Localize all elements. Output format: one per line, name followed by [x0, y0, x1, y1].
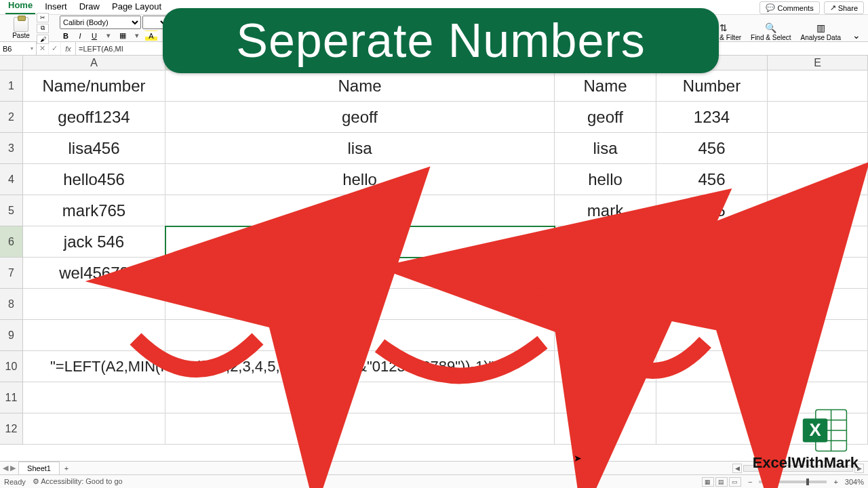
sheet-tab-sheet1[interactable]: Sheet1	[18, 462, 60, 474]
cell-A12[interactable]	[23, 413, 165, 445]
cell-E2[interactable]	[768, 102, 868, 133]
cell-D2[interactable]: 1234	[656, 102, 768, 133]
cell-D10[interactable]	[656, 351, 768, 382]
cell-A10[interactable]: "=LEFT(A2,MIN(FIND({0,1,2,3,4,5,6,7,8,9}…	[23, 351, 165, 382]
cell-D6[interactable]: 546	[656, 226, 768, 258]
cell-D7[interactable]: 45678	[656, 258, 768, 289]
cell-E5[interactable]	[768, 195, 868, 226]
row-header-7[interactable]: 7	[0, 258, 23, 289]
cut-button[interactable]: ✂	[37, 13, 49, 22]
row-header-8[interactable]: 8	[0, 289, 23, 320]
cell-A11[interactable]	[23, 382, 165, 413]
cell-C4[interactable]: hello	[555, 164, 656, 195]
zoom-slider[interactable]	[759, 481, 827, 483]
cell-C12[interactable]	[555, 413, 656, 445]
cell-B9[interactable]	[165, 320, 555, 351]
cell-D11[interactable]	[656, 382, 768, 413]
copy-button[interactable]: ⧉	[37, 24, 49, 33]
cell-D5[interactable]: 765	[656, 195, 768, 226]
row-header-11[interactable]: 11	[0, 382, 23, 413]
tab-draw[interactable]: Draw	[77, 0, 102, 14]
cell-C3[interactable]: lisa	[555, 133, 656, 164]
zoom-level[interactable]: 304%	[845, 478, 864, 486]
cell-B4[interactable]: hello	[165, 164, 555, 195]
cell-A7[interactable]: wel45678	[23, 258, 165, 289]
cell-A8[interactable]	[23, 289, 165, 320]
row-header-3[interactable]: 3	[0, 133, 23, 164]
sheet-nav[interactable]: ◀ ▶	[0, 462, 18, 474]
cell-C10[interactable]	[555, 351, 656, 382]
underline-chevron-icon[interactable]: ▾	[102, 30, 115, 41]
col-header-E[interactable]: E	[768, 56, 868, 70]
cell-B2[interactable]: geoff	[165, 102, 555, 133]
find-select-button[interactable]: 🔍Find & Select	[749, 22, 792, 41]
cell-C7[interactable]: wel	[555, 258, 656, 289]
cancel-formula-button[interactable]: ✕	[37, 42, 49, 55]
fill-color-button[interactable]: A	[145, 30, 157, 41]
cell-E4[interactable]	[768, 164, 868, 195]
row-header-6[interactable]: 6	[0, 226, 23, 258]
italic-button[interactable]: I	[74, 30, 86, 41]
add-sheet-button[interactable]: +	[60, 462, 73, 474]
cell-B11[interactable]	[165, 382, 555, 413]
cell-B8[interactable]	[165, 289, 555, 320]
bold-button[interactable]: B	[60, 30, 72, 41]
row-header-12[interactable]: 12	[0, 413, 23, 445]
select-all-corner[interactable]	[0, 56, 23, 70]
fx-button[interactable]: fx	[61, 42, 76, 55]
row-header-2[interactable]: 2	[0, 102, 23, 133]
cell-C2[interactable]: geoff	[555, 102, 656, 133]
underline-button[interactable]: U	[88, 30, 100, 41]
cell-B6[interactable]: jack	[165, 226, 555, 258]
cell-D12[interactable]	[656, 413, 768, 445]
accessibility-status[interactable]: ⚙ Accessibility: Good to go	[33, 477, 123, 486]
cell-B1[interactable]: Name	[165, 70, 555, 102]
cell-A2[interactable]: geoff1234	[23, 102, 165, 133]
cell-D3[interactable]: 456	[656, 133, 768, 164]
tab-page-layout[interactable]: Page Layout	[109, 0, 164, 14]
cell-C11[interactable]	[555, 382, 656, 413]
analyse-data-button[interactable]: ▥Analyse Data	[800, 22, 842, 41]
cell-E10[interactable]	[768, 351, 868, 382]
cell-A3[interactable]: lisa456	[23, 133, 165, 164]
cell-D1[interactable]: Number	[656, 70, 768, 102]
row-header-5[interactable]: 5	[0, 195, 23, 226]
row-header-1[interactable]: 1	[0, 70, 23, 102]
cell-E9[interactable]	[768, 320, 868, 351]
cell-D4[interactable]: 456	[656, 164, 768, 195]
row-header-4[interactable]: 4	[0, 164, 23, 195]
cell-B7[interactable]: wel	[165, 258, 555, 289]
cell-C6[interactable]: jack	[555, 226, 656, 258]
cell-D8[interactable]	[656, 289, 768, 320]
font-name-select[interactable]: Calibri (Body)	[60, 16, 141, 29]
cell-C8[interactable]	[555, 289, 656, 320]
cell-C9[interactable]	[555, 320, 656, 351]
accept-formula-button[interactable]: ✓	[49, 42, 61, 55]
cell-E3[interactable]	[768, 133, 868, 164]
row-header-9[interactable]: 9	[0, 320, 23, 351]
ribbon-chevron-icon[interactable]: ⌄	[849, 29, 864, 41]
zoom-in-button[interactable]: +	[833, 478, 837, 486]
format-painter-button[interactable]: 🖌	[37, 35, 49, 44]
cell-C1[interactable]: Name	[555, 70, 656, 102]
paste-button[interactable]: Paste	[7, 17, 35, 39]
cell-D9[interactable]	[656, 320, 768, 351]
cell-A1[interactable]: Name/number	[23, 70, 165, 102]
col-header-A[interactable]: A	[23, 56, 165, 70]
row-header-10[interactable]: 10	[0, 351, 23, 382]
zoom-out-button[interactable]: −	[748, 478, 752, 486]
cell-A6[interactable]: jack 546	[23, 226, 165, 258]
name-box[interactable]: B6▾	[0, 42, 37, 55]
cell-B5[interactable]: mark	[165, 195, 555, 226]
cell-A5[interactable]: mark765	[23, 195, 165, 226]
comments-button[interactable]: 💬Comments	[760, 1, 819, 14]
cell-A9[interactable]	[23, 320, 165, 351]
cell-A4[interactable]: hello456	[23, 164, 165, 195]
cell-C5[interactable]: mark	[555, 195, 656, 226]
tab-home[interactable]: Home	[5, 0, 35, 14]
cell-E1[interactable]	[768, 70, 868, 102]
cell-B12[interactable]	[165, 413, 555, 445]
share-button[interactable]: ↗Share	[824, 1, 864, 14]
border-button[interactable]: ▦	[117, 30, 129, 41]
cell-E7[interactable]	[768, 258, 868, 289]
